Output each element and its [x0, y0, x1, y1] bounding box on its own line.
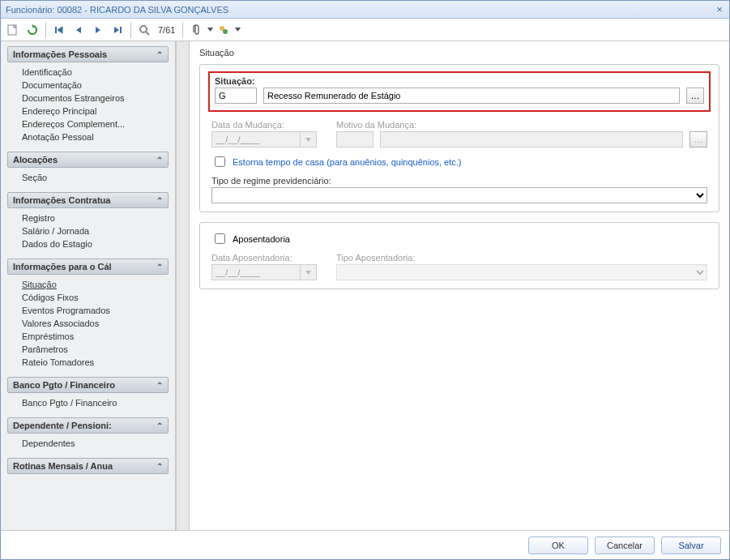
separator: [130, 22, 131, 38]
search-button[interactable]: [135, 21, 153, 39]
sidebar-item[interactable]: Códigos Fixos: [22, 291, 169, 304]
nav-prev-button[interactable]: [70, 21, 88, 39]
aposentadoria-checkbox[interactable]: [215, 233, 225, 244]
sidebar-item[interactable]: Parâmetros: [22, 343, 169, 356]
group-header[interactable]: Informações Contratua⌃: [7, 192, 169, 208]
chevron-up-icon: ⌃: [156, 50, 163, 59]
chevron-up-icon: ⌃: [156, 381, 163, 390]
group-items: Dependentes: [7, 434, 169, 453]
sidebar-item[interactable]: Dependentes: [22, 437, 169, 450]
data-mudanca-input: [211, 131, 301, 147]
nav-next-button[interactable]: [89, 21, 107, 39]
attach-dropdown[interactable]: [207, 27, 213, 32]
calendar-icon: [301, 264, 317, 280]
sidebar[interactable]: Informações Pessoais⌃IdentificaçãoDocume…: [1, 41, 176, 530]
sidebar-item[interactable]: Seção: [22, 171, 169, 184]
chevron-up-icon: ⌃: [156, 156, 163, 165]
estorna-checkbox[interactable]: [215, 156, 225, 167]
motivo-code-input: [336, 131, 374, 147]
sidebar-item[interactable]: Dados do Estagio: [22, 237, 169, 250]
group-header[interactable]: Informações Pessoais⌃: [7, 46, 169, 62]
sidebar-item[interactable]: Anotação Pessoal: [22, 130, 169, 143]
situacao-label: Situação:: [215, 76, 704, 86]
chevron-up-icon: ⌃: [156, 263, 163, 271]
record-counter: 7/61: [158, 25, 175, 35]
sidebar-item[interactable]: Registro: [22, 212, 169, 224]
nav-last-button[interactable]: [109, 21, 126, 39]
chevron-up-icon: ⌃: [156, 421, 163, 430]
group-header[interactable]: Alocações⌃: [7, 152, 169, 168]
situacao-code-input[interactable]: [215, 88, 257, 104]
svg-point-6: [223, 29, 228, 34]
titlebar: Funcionário: 00082 - RICARDO DA SILVA GO…: [1, 1, 729, 19]
regime-select[interactable]: [211, 187, 707, 203]
sidebar-item[interactable]: Documentos Estrangeiros: [22, 92, 169, 105]
svg-line-4: [146, 32, 149, 35]
action-dropdown[interactable]: [234, 27, 241, 32]
sidebar-item[interactable]: Identificação: [22, 66, 169, 79]
separator: [182, 22, 183, 38]
estorna-label: Estorna tempo de casa (para anuênios, qu…: [233, 157, 462, 167]
group-items: Seção: [7, 168, 169, 187]
tipo-aposentadoria-label: Tipo Aposentadoria:: [336, 253, 707, 263]
refresh-button[interactable]: [23, 21, 41, 39]
sidebar-item[interactable]: Banco Pgto / Financeiro: [22, 396, 169, 409]
svg-rect-1: [55, 27, 57, 33]
action-button[interactable]: [215, 21, 233, 39]
situacao-highlight: Situação: …: [208, 71, 711, 112]
sidebar-item[interactable]: Documentação: [22, 79, 169, 92]
tipo-aposentadoria-select: [336, 264, 707, 280]
sidebar-item[interactable]: Valores Associados: [22, 317, 169, 330]
attach-button[interactable]: [187, 21, 205, 39]
footer: OK Cancelar Salvar: [1, 530, 729, 559]
save-button[interactable]: Salvar: [661, 536, 721, 554]
body: Informações Pessoais⌃IdentificaçãoDocume…: [1, 41, 729, 530]
motivo-desc-input: [380, 131, 683, 147]
svg-rect-2: [120, 27, 122, 33]
close-icon[interactable]: ×: [715, 5, 724, 15]
cancel-button[interactable]: Cancelar: [595, 536, 655, 554]
aposentadoria-panel: Aposentadoria Data Aposentadoria: Tipo A…: [199, 222, 719, 289]
sidebar-item[interactable]: Endereços Complement...: [22, 118, 169, 130]
group-header[interactable]: Banco Pgto / Financeiro⌃: [7, 377, 169, 393]
sidebar-scrollbar[interactable]: [176, 41, 190, 530]
group-items: IdentificaçãoDocumentaçãoDocumentos Estr…: [7, 62, 169, 147]
situacao-lookup-button[interactable]: …: [686, 88, 704, 104]
chevron-up-icon: ⌃: [156, 196, 163, 205]
window-title: Funcionário: 00082 - RICARDO DA SILVA GO…: [6, 5, 715, 15]
data-aposentadoria-label: Data Aposentadoria:: [211, 253, 317, 263]
sidebar-item[interactable]: Endereço Principal: [22, 105, 169, 118]
data-mudanca-label: Data da Mudança:: [211, 120, 317, 130]
svg-point-3: [140, 26, 147, 32]
group-items: SituaçãoCódigos FixosEventos Programados…: [7, 275, 169, 372]
calendar-icon: [301, 131, 317, 147]
window: Funcionário: 00082 - RICARDO DA SILVA GO…: [0, 0, 730, 560]
sidebar-item[interactable]: Empréstimos: [22, 330, 169, 343]
main-title: Situação: [199, 48, 719, 58]
group-items: RegistroSalário / JornadaDados do Estagi…: [7, 208, 169, 254]
group-header[interactable]: Informações para o Cál⌃: [7, 259, 169, 275]
data-aposentadoria-input: [211, 264, 301, 280]
situacao-desc-input[interactable]: [263, 88, 680, 104]
sidebar-item[interactable]: Salário / Jornada: [22, 224, 169, 237]
group-header[interactable]: Dependente / Pensioni:⌃: [7, 417, 169, 434]
separator: [45, 22, 46, 38]
main-panel: Situação Situação: … Data da Mudança:: [190, 41, 729, 530]
group-items: Banco Pgto / Financeiro: [7, 393, 169, 413]
new-button[interactable]: [4, 21, 22, 39]
sidebar-item[interactable]: Eventos Programados: [22, 304, 169, 317]
nav-first-button[interactable]: [50, 21, 68, 39]
estorna-checkbox-row: Estorna tempo de casa (para anuênios, qu…: [211, 154, 707, 169]
sidebar-item[interactable]: Rateio Tomadores: [22, 356, 169, 369]
aposentadoria-label: Aposentadoria: [233, 234, 290, 244]
chevron-up-icon: ⌃: [156, 462, 163, 471]
regime-label: Tipo de regime previdenciário:: [211, 176, 707, 186]
toolbar: 7/61: [1, 19, 729, 41]
ok-button[interactable]: OK: [528, 536, 588, 554]
situacao-panel: Situação: … Data da Mudança:: [199, 64, 719, 212]
sidebar-item[interactable]: Situação: [22, 278, 169, 291]
motivo-mudanca-label: Motivo da Mudança:: [336, 120, 707, 130]
group-header[interactable]: Rotinas Mensais / Anua⌃: [7, 458, 169, 474]
motivo-lookup-button: …: [689, 131, 707, 147]
